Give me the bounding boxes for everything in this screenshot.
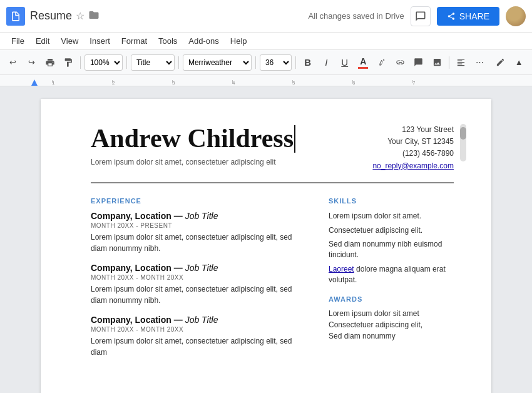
menu-edit[interactable]: Edit — [31, 34, 54, 48]
job-title-2: Company, Location — Job Title — [91, 263, 310, 273]
zoom-select[interactable]: 100% 75% 125% — [84, 54, 123, 71]
skill-3: Sed diam nonummy nibh euismod tincidunt. — [329, 239, 454, 260]
skills-title: SKILLS — [329, 197, 454, 205]
job-desc-1: Lorem ipsum dolor sit amet, consectetuer… — [91, 232, 310, 254]
separator-6 — [449, 56, 449, 69]
app-icon — [6, 7, 25, 26]
font-select[interactable]: Merriweather Arial Times New Roman — [183, 54, 252, 71]
separator-2 — [126, 56, 127, 69]
title-right: All changes saved in Drive SHARE — [309, 6, 526, 26]
document-title[interactable]: Resume — [30, 9, 72, 23]
bold-button[interactable]: B — [300, 54, 315, 71]
svg-marker-0 — [31, 79, 38, 86]
folder-icon[interactable] — [88, 9, 100, 23]
contact-info: 123 Your Street Your City, ST 12345 (123… — [354, 124, 454, 172]
job-date-2: MONTH 20XX - MONTH 20XX — [91, 274, 310, 281]
font-color-button[interactable]: A — [355, 54, 371, 71]
experience-title: EXPERIENCE — [91, 197, 310, 205]
menu-file[interactable]: File — [6, 34, 29, 48]
title-bar: Resume ☆ All changes saved in Drive SHAR… — [0, 0, 532, 33]
align-button[interactable] — [453, 54, 469, 71]
title-area: Resume ☆ — [30, 9, 309, 23]
job-title-1: Company, Location — Job Title — [91, 211, 310, 221]
job-date-1: MONTH 20XX - PRESENT — [91, 222, 310, 229]
awards-title: AWARDS — [329, 295, 454, 303]
separator-5 — [295, 56, 296, 69]
job-entry-1: Company, Location — Job Title MONTH 20XX… — [91, 211, 310, 254]
separator-3 — [178, 56, 179, 69]
print-button[interactable] — [42, 54, 58, 71]
tagline: Lorem ipsum dolor sit amet, consectetuer… — [91, 158, 354, 166]
job-entry-2: Company, Location — Job Title MONTH 20XX… — [91, 263, 310, 306]
skills-link[interactable]: Laoreet — [329, 265, 354, 273]
menu-format[interactable]: Format — [116, 34, 152, 48]
image-button[interactable] — [429, 54, 445, 71]
separator-1 — [80, 56, 81, 69]
job-title-3: Company, Location — Job Title — [91, 315, 310, 325]
chevron-up-button[interactable]: ▲ — [511, 54, 526, 71]
menu-view[interactable]: View — [56, 34, 83, 48]
menu-help[interactable]: Help — [225, 34, 252, 48]
font-size-select[interactable]: 36 12 14 24 — [260, 54, 292, 71]
user-avatar[interactable] — [506, 6, 526, 26]
toolbar: ↩ ↪ 100% 75% 125% Title Normal Heading 1… — [0, 50, 532, 75]
more-button[interactable]: ⋯ — [471, 54, 487, 71]
skill-1: Lorem ipsum dolor sit amet. — [329, 211, 454, 222]
job-date-3: MONTH 20XX - MONTH 20XX — [91, 326, 310, 333]
resume-header: Andrew Childress Lorem ipsum dolor sit a… — [91, 124, 454, 183]
name-column: Andrew Childress Lorem ipsum dolor sit a… — [91, 124, 354, 172]
right-column: SKILLS Lorem ipsum dolor sit amet. Conse… — [329, 193, 454, 367]
skill-4: Laoreet dolore magna aliquam erat volutp… — [329, 264, 454, 285]
separator-4 — [255, 56, 256, 69]
undo-button[interactable]: ↩ — [5, 54, 21, 71]
link-button[interactable] — [392, 54, 408, 71]
tab-stop[interactable] — [31, 77, 38, 86]
menu-addons[interactable]: Add-ons — [183, 34, 223, 48]
saved-status: All changes saved in Drive — [309, 11, 404, 21]
street-address: 123 Your Street — [354, 124, 454, 136]
menu-bar: File Edit View Insert Format Tools Add-o… — [0, 33, 532, 50]
document-page: Andrew Childress Lorem ipsum dolor sit a… — [41, 99, 491, 393]
italic-button[interactable]: I — [319, 54, 334, 71]
phone: (123) 456-7890 — [354, 148, 454, 160]
paint-format-button[interactable] — [60, 54, 76, 71]
pen-button[interactable] — [493, 54, 508, 71]
star-icon[interactable]: ☆ — [76, 10, 84, 22]
city-state: Your City, ST 12345 — [354, 136, 454, 148]
share-button[interactable]: SHARE — [437, 7, 499, 26]
text-cursor — [294, 125, 295, 153]
menu-insert[interactable]: Insert — [84, 34, 115, 48]
underline-button[interactable]: U — [337, 54, 352, 71]
job-desc-2: Lorem ipsum dolor sit amet, consectetuer… — [91, 283, 310, 306]
skill-2: Consectetuer adipiscing elit. — [329, 225, 454, 236]
job-entry-3: Company, Location — Job Title MONTH 20XX… — [91, 315, 310, 358]
email[interactable]: no_reply@example.com — [354, 160, 454, 172]
menu-tools[interactable]: Tools — [153, 34, 182, 48]
awards-text-2: Sed diam nonummy — [329, 330, 454, 342]
resume-body: EXPERIENCE Company, Location — Job Title… — [91, 193, 454, 367]
highlight-button[interactable] — [374, 54, 389, 71]
share-label: SHARE — [459, 11, 489, 21]
redo-button[interactable]: ↪ — [23, 54, 39, 71]
applicant-name[interactable]: Andrew Childress — [91, 124, 354, 153]
document-area: Andrew Childress Lorem ipsum dolor sit a… — [0, 86, 532, 393]
comment-toolbar-button[interactable] — [411, 54, 426, 71]
style-select[interactable]: Title Normal Heading 1 — [131, 54, 175, 71]
comment-button[interactable] — [411, 6, 431, 26]
job-desc-3: Lorem ipsum dolor sit amet, consectetuer… — [91, 335, 310, 358]
awards-text-1: Lorem ipsum dolor sit amet Consectetuer … — [329, 308, 454, 330]
left-column: EXPERIENCE Company, Location — Job Title… — [91, 193, 310, 367]
scroll-indicator — [460, 124, 466, 161]
ruler: 1 2 3 4 5 6 7 — [0, 75, 532, 86]
